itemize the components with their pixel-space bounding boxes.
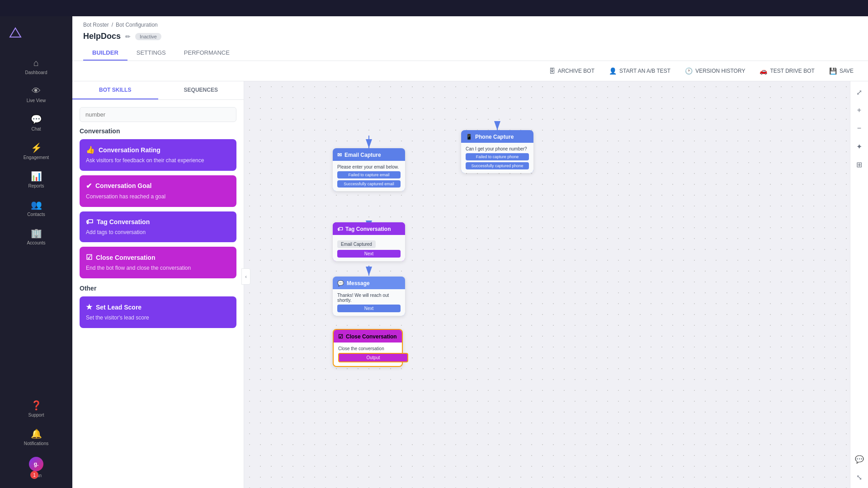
message-body: Thanks! We will reach out shortly. <box>337 293 401 303</box>
panel-tab-sequences[interactable]: SEQUENCES <box>158 81 244 99</box>
panel-toggle-button[interactable]: ‹ <box>241 268 250 285</box>
email-capture-title: Email Capture <box>344 152 381 158</box>
other-section-title: Other <box>80 285 236 292</box>
notifications-icon: 🔔 <box>31 428 42 439</box>
left-panel: BOT SKILLS SEQUENCES Conversation 👍 Conv… <box>72 81 244 488</box>
skill-card-close-conversation[interactable]: ☑ Close Conversation End the bot flow an… <box>80 247 236 278</box>
ab-test-button[interactable]: 👤 START AN A/B TEST <box>605 66 674 76</box>
tag-conversation-canvas-title: Tag Conversation <box>345 226 391 232</box>
archive-bot-button[interactable]: 🗄 ARCHIVE BOT <box>545 66 598 76</box>
breadcrumb-parent[interactable]: Bot Roster <box>83 22 109 28</box>
save-button[interactable]: 💾 SAVE <box>826 66 857 76</box>
message-header-icon: 💬 <box>337 280 344 286</box>
action-bar: 🗄 ARCHIVE BOT 👤 START AN A/B TEST 🕐 VERS… <box>72 61 868 81</box>
top-bar <box>0 0 868 16</box>
test-drive-button[interactable]: 🚗 TEST DRIVE BOT <box>756 66 818 76</box>
breadcrumb-current: Bot Configuration <box>116 22 158 28</box>
live-view-icon: 👁 <box>32 86 41 96</box>
edit-icon[interactable]: ✏ <box>125 33 131 40</box>
tab-performance[interactable]: PERFORMANCE <box>175 46 239 61</box>
phone-capture-body: Can I get your phone number? <box>466 146 529 151</box>
node-close-conversation[interactable]: ☑ Close Conversation Close the conversat… <box>333 329 403 367</box>
version-icon: 🕐 <box>685 67 693 75</box>
sidebar: ⌂ Dashboard 👁 Live View 💬 Chat ⚡ Engagem… <box>0 16 72 488</box>
close-conv-output-btn[interactable]: Output <box>338 353 408 362</box>
grid-icon[interactable]: ⊞ <box>852 157 867 172</box>
phone-capture-title: Phone Capture <box>475 134 514 140</box>
top-nav: Bot Roster / Bot Configuration HelpDocs … <box>72 16 868 61</box>
skill-card-tag-conversation[interactable]: 🏷 Tag Conversation Add tags to conversat… <box>80 211 236 243</box>
conversation-section-title: Conversation <box>80 127 236 135</box>
sidebar-item-reports[interactable]: 📊 Reports <box>0 165 72 194</box>
sidebar-item-engagement[interactable]: ⚡ Engagement <box>0 137 72 165</box>
engagement-icon: ⚡ <box>31 142 42 153</box>
sparkle-icon[interactable]: ✦ <box>852 139 867 154</box>
email-success-btn[interactable]: Successfully captured email <box>337 180 401 188</box>
search-input[interactable] <box>80 107 236 122</box>
email-fail-btn[interactable]: Failed to capture email <box>337 171 401 178</box>
main-layout: ⌂ Dashboard 👁 Live View 💬 Chat ⚡ Engagem… <box>0 16 868 488</box>
node-phone-capture[interactable]: 📱 Phone Capture Can I get your phone num… <box>461 130 533 173</box>
zoom-out-icon[interactable]: − <box>852 121 867 136</box>
sidebar-bottom: ❓ Support 🔔 Notifications g. Ngan 1 <box>0 394 72 484</box>
node-message[interactable]: 💬 Message Thanks! We will reach out shor… <box>333 277 405 316</box>
set-lead-score-icon: ★ <box>86 303 92 311</box>
skill-card-conversation-goal[interactable]: ✔ Conversation Goal Conversation has rea… <box>80 175 236 207</box>
close-conv-canvas-title: Close Conversation <box>346 333 397 340</box>
sidebar-item-accounts[interactable]: 🏢 Accounts <box>0 222 72 251</box>
right-icons-panel: ⤢ + − ✦ ⊞ 💬 ⤡ <box>850 81 868 488</box>
breadcrumb-separator: / <box>112 22 113 28</box>
sidebar-item-dashboard[interactable]: ⌂ Dashboard <box>0 52 72 80</box>
sidebar-item-contacts[interactable]: 👥 Contacts <box>0 194 72 222</box>
test-drive-icon: 🚗 <box>760 67 767 75</box>
ab-test-icon: 👤 <box>609 67 617 75</box>
logo[interactable] <box>0 20 72 52</box>
node-email-capture[interactable]: ✉ Email Capture Please enter your email … <box>333 148 405 191</box>
bot-status-badge: Inactive <box>135 33 161 40</box>
avatar: g. <box>29 457 43 471</box>
tab-builder[interactable]: BUILDER <box>83 46 127 61</box>
bot-name: HelpDocs <box>83 32 121 41</box>
email-capture-header-icon: ✉ <box>337 152 342 158</box>
tag-next-btn[interactable]: Next <box>337 250 401 258</box>
panel-tabs: BOT SKILLS SEQUENCES <box>72 81 244 100</box>
close-conv-body: Close the conversation <box>338 346 397 351</box>
chat-icon: 💬 <box>31 114 42 125</box>
email-capture-body: Please enter your email below. <box>337 164 401 169</box>
sidebar-item-support[interactable]: ❓ Support <box>0 394 72 423</box>
node-tag-conversation[interactable]: 🏷 Tag Conversation Email Captured Next <box>333 222 405 261</box>
close-conversation-icon: ☑ <box>86 253 92 262</box>
user-avatar-section[interactable]: g. Ngan 1 <box>0 451 72 484</box>
zoom-in-icon[interactable]: + <box>852 103 867 117</box>
canvas[interactable]: ✉ Email Capture Please enter your email … <box>244 81 850 488</box>
conversation-goal-icon: ✔ <box>86 182 92 190</box>
save-icon: 💾 <box>829 67 837 75</box>
sidebar-item-live-view[interactable]: 👁 Live View <box>0 80 72 108</box>
panel-tab-bot-skills[interactable]: BOT SKILLS <box>72 81 158 99</box>
tag-email-captured: Email Captured <box>337 240 376 248</box>
close-conv-canvas-icon: ☑ <box>338 333 343 340</box>
shrink-icon[interactable]: ⤡ <box>852 470 867 484</box>
chat-bubble-icon[interactable]: 💬 <box>852 452 867 466</box>
tag-conversation-icon: 🏷 <box>86 218 93 226</box>
builder-layout: BOT SKILLS SEQUENCES Conversation 👍 Conv… <box>72 81 868 488</box>
tab-settings[interactable]: SETTINGS <box>127 46 175 61</box>
content-area: Bot Roster / Bot Configuration HelpDocs … <box>72 16 868 488</box>
skill-card-set-lead-score[interactable]: ★ Set Lead Score Set the visitor's lead … <box>80 296 236 328</box>
phone-fail-btn[interactable]: Failed to capture phone <box>466 153 529 160</box>
version-history-button[interactable]: 🕐 VERSION HISTORY <box>681 66 749 76</box>
sidebar-item-chat[interactable]: 💬 Chat <box>0 108 72 137</box>
contacts-icon: 👥 <box>31 199 42 210</box>
skill-card-conversation-rating[interactable]: 👍 Conversation Rating Ask visitors for f… <box>80 139 236 171</box>
sidebar-item-notifications[interactable]: 🔔 Notifications <box>0 423 72 451</box>
message-next-btn[interactable]: Next <box>337 305 401 312</box>
archive-icon: 🗄 <box>549 67 555 75</box>
accounts-icon: 🏢 <box>31 228 42 239</box>
breadcrumb: Bot Roster / Bot Configuration <box>83 22 857 28</box>
dashboard-icon: ⌂ <box>33 58 39 68</box>
expand-icon[interactable]: ⤢ <box>852 85 867 99</box>
phone-success-btn[interactable]: Successfully captured phone <box>466 162 529 169</box>
message-title: Message <box>347 280 370 286</box>
notification-badge: 1 <box>30 471 38 479</box>
conversation-rating-icon: 👍 <box>86 145 95 154</box>
